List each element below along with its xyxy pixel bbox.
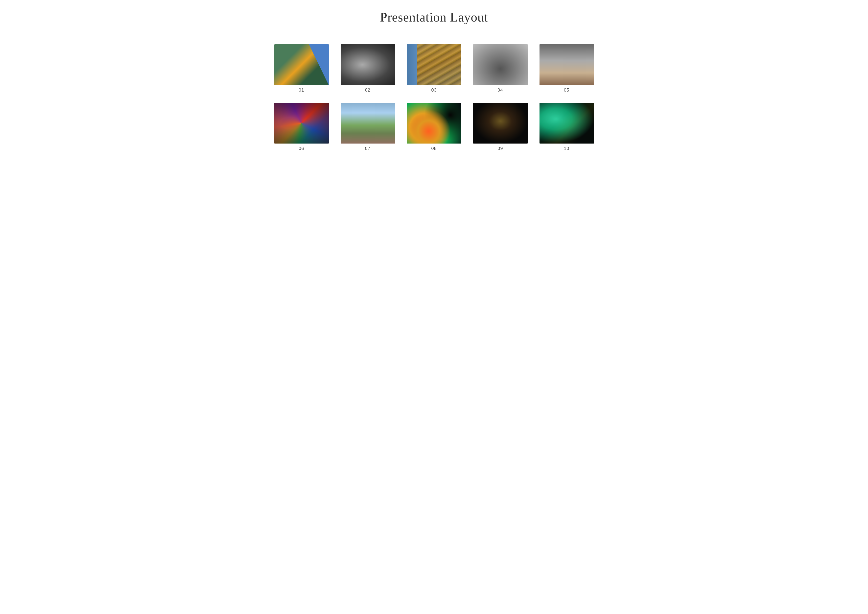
gallery-item-05[interactable]: 05	[538, 44, 595, 93]
image-06[interactable]	[274, 103, 329, 143]
gallery-item-04[interactable]: 04	[472, 44, 529, 93]
image-label-07: 07	[365, 146, 370, 151]
image-05[interactable]	[539, 44, 594, 85]
image-label-05: 05	[564, 88, 569, 93]
image-label-09: 09	[498, 146, 503, 151]
gallery-item-06[interactable]: 06	[273, 103, 330, 151]
image-04[interactable]	[473, 44, 528, 85]
image-label-02: 02	[365, 88, 370, 93]
gallery-item-03[interactable]: 03	[406, 44, 462, 93]
image-02[interactable]	[341, 44, 395, 85]
page-title: Presentation Layout	[15, 10, 853, 25]
gallery-item-10[interactable]: 10	[538, 103, 595, 151]
gallery-item-01[interactable]: 01	[273, 44, 330, 93]
image-10[interactable]	[539, 103, 594, 143]
image-label-03: 03	[431, 88, 437, 93]
image-07[interactable]	[341, 103, 395, 143]
image-03[interactable]	[407, 44, 461, 85]
gallery-item-07[interactable]: 07	[339, 103, 396, 151]
gallery-item-09[interactable]: 09	[472, 103, 529, 151]
gallery-item-08[interactable]: 08	[406, 103, 462, 151]
image-label-01: 01	[299, 88, 304, 93]
image-label-04: 04	[498, 88, 503, 93]
image-label-08: 08	[431, 146, 437, 151]
image-08[interactable]	[407, 103, 461, 143]
image-label-06: 06	[299, 146, 304, 151]
gallery-grid: 01020304050607080910	[273, 39, 595, 156]
image-01[interactable]	[274, 44, 329, 85]
image-label-10: 10	[564, 146, 569, 151]
image-09[interactable]	[473, 103, 528, 143]
gallery-item-02[interactable]: 02	[339, 44, 396, 93]
